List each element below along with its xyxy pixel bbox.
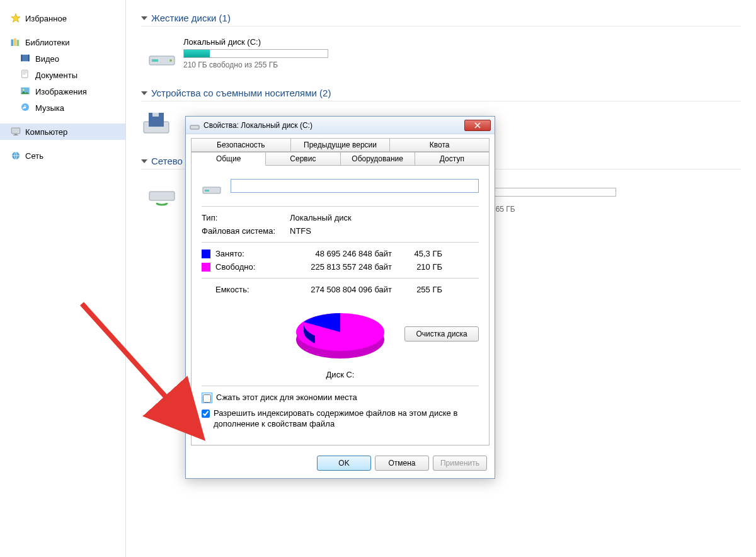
sidebar-label: Документы [35,71,77,80]
star-icon [10,13,21,24]
collapse-arrow-icon [141,159,147,163]
hdd-icon [202,176,222,196]
drive-name-input[interactable] [231,179,479,193]
svg-rect-26 [205,190,209,192]
svg-rect-2 [17,40,20,46]
cleanup-button[interactable]: Очистка диска [404,326,479,342]
used-bytes: 48 695 246 848 байт [278,249,392,258]
dialog-titlebar[interactable]: Свойства: Локальный диск (C:) [186,117,495,134]
drive-name: Локальный диск (C:) [183,37,356,47]
index-checkbox[interactable] [202,410,210,418]
disk-label: Диск C: [202,370,479,379]
cancel-button[interactable]: Отмена [375,456,429,471]
sidebar-network[interactable]: Сеть [0,147,125,164]
free-bytes: 225 813 557 248 байт [278,262,392,272]
type-value: Локальный диск [290,213,479,222]
properties-dialog: Свойства: Локальный диск (C:) Безопаснос… [185,116,495,479]
used-label: Занято: [215,249,278,258]
sidebar-label: Компьютер [25,127,67,137]
compress-label: Сжать этот диск для экономии места [216,393,357,403]
svg-rect-13 [11,128,20,134]
svg-rect-23 [149,192,175,200]
compress-checkbox[interactable] [203,394,211,403]
sidebar-favorites[interactable]: Избранное [0,10,125,26]
tab-quota[interactable]: Квота [389,138,490,152]
capacity-label: Емкость: [215,285,278,294]
compress-checkbox-row[interactable]: Сжать этот диск для экономии места [202,393,479,403]
collapse-arrow-icon [141,16,147,20]
tab-security[interactable]: Безопасность [191,138,291,152]
index-checkbox-row[interactable]: Разрешить индексировать содержимое файло… [202,408,479,430]
video-icon [20,53,32,64]
tab-service[interactable]: Сервис [265,152,340,166]
sidebar-video[interactable]: Видео [0,50,125,67]
tab-previous-versions[interactable]: Предыдущие версии [290,138,391,152]
sidebar-label: Музыка [35,103,64,113]
collapse-arrow-icon [141,91,147,95]
sidebar-label: Сеть [25,151,43,161]
dialog-body: Тип: Локальный диск Файловая система: NT… [191,165,490,445]
tab-share[interactable]: Доступ [415,152,490,166]
apply-button[interactable]: Применить [433,456,487,471]
drive-c-card[interactable]: Локальный диск (C:) 210 ГБ свободно из 2… [141,32,362,75]
sidebar-label: Видео [35,54,59,64]
dialog-footer: OK Отмена Применить [186,451,495,478]
drive-info: Локальный диск (C:) 210 ГБ свободно из 2… [183,37,356,69]
sidebar-documents[interactable]: Документы [0,67,125,83]
section-title: Устройства со съемными носителями (2) [151,88,331,98]
svg-rect-18 [152,59,158,62]
svg-rect-0 [11,40,14,47]
fs-label: Файловая система: [202,226,290,236]
removable-section-header[interactable]: Устройства со съемными носителями (2) [141,88,741,101]
svg-rect-15 [13,135,18,135]
used-color-swatch [202,250,210,258]
ok-button[interactable]: OK [317,456,371,471]
computer-icon [10,126,21,137]
floppy-icon[interactable] [141,106,171,137]
sidebar-music[interactable]: Музыка [0,100,125,116]
svg-rect-5 [28,55,30,62]
svg-point-11 [23,89,25,91]
svg-rect-9 [23,74,26,74]
free-gb: 210 ГБ [392,262,442,272]
sidebar: Избранное Библиотеки Видео Документы [0,0,126,557]
hdd-section-header[interactable]: Жесткие диски (1) [141,13,741,26]
svg-rect-4 [21,55,22,62]
capacity-bytes: 274 508 804 096 байт [278,285,392,294]
svg-point-19 [169,59,172,62]
fs-value: NTFS [290,226,479,236]
svg-rect-22 [152,113,159,117]
hdd-icon [147,38,177,69]
sidebar-label: Изображения [35,87,87,96]
svg-rect-7 [23,71,27,72]
documents-icon [20,69,32,81]
sidebar-images[interactable]: Изображения [0,83,125,100]
type-label: Тип: [202,213,290,222]
network-icon [10,150,21,161]
sidebar-libraries[interactable]: Библиотеки [0,34,125,50]
drive-free-text: 210 ГБ свободно из 255 ГБ [183,60,356,69]
svg-rect-1 [14,38,16,46]
svg-rect-24 [190,125,199,129]
sidebar-label: Избранное [25,14,67,23]
tabs: Безопасность Предыдущие версии Квота Общ… [186,134,495,166]
section-title: Жесткие диски (1) [151,13,231,23]
free-label: Свободно: [215,262,278,272]
drive-icon [190,120,200,130]
drive-progress [183,49,328,58]
sidebar-label: Библиотеки [25,38,69,47]
network-drive-icon [147,180,177,210]
svg-rect-14 [14,134,18,135]
index-label: Разрешить индексировать содержимое файло… [214,408,479,430]
tab-general[interactable]: Общие [191,152,266,166]
section-title: Сетево [151,156,183,166]
sidebar-computer[interactable]: Компьютер [0,123,125,140]
libraries-icon [10,37,21,48]
capacity-gb: 255 ГБ [392,285,442,294]
close-button[interactable] [464,120,491,131]
partial-progress-bar [479,188,616,197]
images-icon [20,86,32,97]
used-gb: 45,3 ГБ [392,249,442,258]
free-color-swatch [202,263,210,272]
tab-hardware[interactable]: Оборудование [340,152,415,166]
